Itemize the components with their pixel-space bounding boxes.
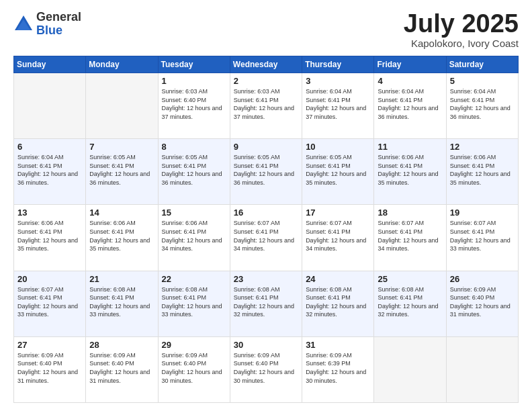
calendar-day-cell: 26Sunrise: 6:09 AM Sunset: 6:40 PM Dayli… — [446, 271, 518, 336]
calendar-day-cell: 2Sunrise: 6:03 AM Sunset: 6:41 PM Daylig… — [230, 73, 302, 139]
day-number: 4 — [378, 76, 442, 86]
day-number: 23 — [234, 274, 298, 284]
calendar-day-cell: 10Sunrise: 6:05 AM Sunset: 6:41 PM Dayli… — [302, 139, 374, 205]
day-number: 25 — [378, 274, 442, 284]
day-number: 12 — [450, 142, 515, 152]
day-info: Sunrise: 6:03 AM Sunset: 6:41 PM Dayligh… — [234, 87, 298, 121]
calendar-day-cell: 21Sunrise: 6:08 AM Sunset: 6:41 PM Dayli… — [86, 271, 158, 336]
page: General Blue July 2025 Kapolokoro, Ivory… — [0, 0, 532, 411]
day-number: 8 — [162, 142, 226, 152]
title-month: July 2025 — [404, 11, 519, 36]
day-info: Sunrise: 6:06 AM Sunset: 6:41 PM Dayligh… — [89, 219, 154, 253]
calendar-week-row: 1Sunrise: 6:03 AM Sunset: 6:40 PM Daylig… — [14, 73, 519, 139]
calendar-weekday-tuesday: Tuesday — [158, 56, 230, 73]
day-info: Sunrise: 6:05 AM Sunset: 6:41 PM Dayligh… — [162, 153, 226, 187]
calendar-weekday-friday: Friday — [374, 56, 446, 73]
day-info: Sunrise: 6:09 AM Sunset: 6:39 PM Dayligh… — [306, 351, 370, 385]
day-info: Sunrise: 6:08 AM Sunset: 6:41 PM Dayligh… — [234, 285, 298, 319]
day-info: Sunrise: 6:03 AM Sunset: 6:40 PM Dayligh… — [162, 87, 226, 121]
day-info: Sunrise: 6:09 AM Sunset: 6:40 PM Dayligh… — [162, 351, 226, 385]
day-info: Sunrise: 6:07 AM Sunset: 6:41 PM Dayligh… — [450, 219, 515, 253]
calendar-weekday-thursday: Thursday — [302, 56, 374, 73]
day-number: 31 — [306, 340, 370, 350]
calendar-day-cell: 14Sunrise: 6:06 AM Sunset: 6:41 PM Dayli… — [86, 205, 158, 271]
title-location: Kapolokoro, Ivory Coast — [404, 38, 519, 49]
day-number: 11 — [378, 142, 442, 152]
calendar-day-cell: 12Sunrise: 6:06 AM Sunset: 6:41 PM Dayli… — [446, 139, 518, 205]
day-info: Sunrise: 6:07 AM Sunset: 6:41 PM Dayligh… — [306, 219, 370, 253]
calendar-week-row: 6Sunrise: 6:04 AM Sunset: 6:41 PM Daylig… — [14, 139, 519, 205]
calendar-day-cell: 8Sunrise: 6:05 AM Sunset: 6:41 PM Daylig… — [158, 139, 230, 205]
day-number: 18 — [378, 208, 442, 218]
logo-icon — [13, 14, 34, 34]
calendar-day-cell: 27Sunrise: 6:09 AM Sunset: 6:40 PM Dayli… — [14, 336, 86, 402]
calendar-day-cell: 20Sunrise: 6:07 AM Sunset: 6:41 PM Dayli… — [14, 271, 86, 336]
calendar-day-cell: 30Sunrise: 6:09 AM Sunset: 6:40 PM Dayli… — [230, 336, 302, 402]
calendar-day-cell: 19Sunrise: 6:07 AM Sunset: 6:41 PM Dayli… — [446, 205, 518, 271]
calendar-day-cell: 31Sunrise: 6:09 AM Sunset: 6:39 PM Dayli… — [302, 336, 374, 402]
calendar-day-cell — [14, 73, 86, 139]
calendar-day-cell: 9Sunrise: 6:05 AM Sunset: 6:41 PM Daylig… — [230, 139, 302, 205]
calendar-day-cell: 29Sunrise: 6:09 AM Sunset: 6:40 PM Dayli… — [158, 336, 230, 402]
header: General Blue July 2025 Kapolokoro, Ivory… — [13, 11, 519, 49]
day-number: 9 — [234, 142, 298, 152]
day-info: Sunrise: 6:07 AM Sunset: 6:41 PM Dayligh… — [17, 285, 82, 319]
calendar-day-cell: 4Sunrise: 6:04 AM Sunset: 6:41 PM Daylig… — [374, 73, 446, 139]
calendar-day-cell — [86, 73, 158, 139]
logo-blue: Blue — [36, 24, 81, 38]
calendar-day-cell: 25Sunrise: 6:08 AM Sunset: 6:41 PM Dayli… — [374, 271, 446, 336]
day-info: Sunrise: 6:07 AM Sunset: 6:41 PM Dayligh… — [234, 219, 298, 253]
day-info: Sunrise: 6:08 AM Sunset: 6:41 PM Dayligh… — [378, 285, 442, 319]
day-number: 15 — [162, 208, 226, 218]
day-number: 13 — [17, 208, 82, 218]
day-number: 3 — [306, 76, 370, 86]
day-info: Sunrise: 6:09 AM Sunset: 6:40 PM Dayligh… — [450, 285, 515, 319]
calendar-day-cell: 6Sunrise: 6:04 AM Sunset: 6:41 PM Daylig… — [14, 139, 86, 205]
calendar-day-cell: 24Sunrise: 6:08 AM Sunset: 6:41 PM Dayli… — [302, 271, 374, 336]
calendar-day-cell: 17Sunrise: 6:07 AM Sunset: 6:41 PM Dayli… — [302, 205, 374, 271]
day-number: 24 — [306, 274, 370, 284]
day-number: 2 — [234, 76, 298, 86]
calendar-day-cell: 23Sunrise: 6:08 AM Sunset: 6:41 PM Dayli… — [230, 271, 302, 336]
calendar-day-cell: 16Sunrise: 6:07 AM Sunset: 6:41 PM Dayli… — [230, 205, 302, 271]
calendar-week-row: 27Sunrise: 6:09 AM Sunset: 6:40 PM Dayli… — [14, 336, 519, 402]
calendar-day-cell: 5Sunrise: 6:04 AM Sunset: 6:41 PM Daylig… — [446, 73, 518, 139]
calendar-day-cell: 1Sunrise: 6:03 AM Sunset: 6:40 PM Daylig… — [158, 73, 230, 139]
calendar-weekday-saturday: Saturday — [446, 56, 518, 73]
calendar-day-cell: 15Sunrise: 6:06 AM Sunset: 6:41 PM Dayli… — [158, 205, 230, 271]
calendar-weekday-monday: Monday — [86, 56, 158, 73]
day-info: Sunrise: 6:09 AM Sunset: 6:40 PM Dayligh… — [89, 351, 154, 385]
day-info: Sunrise: 6:09 AM Sunset: 6:40 PM Dayligh… — [17, 351, 82, 385]
calendar-day-cell: 3Sunrise: 6:04 AM Sunset: 6:41 PM Daylig… — [302, 73, 374, 139]
day-info: Sunrise: 6:09 AM Sunset: 6:40 PM Dayligh… — [234, 351, 298, 385]
day-info: Sunrise: 6:05 AM Sunset: 6:41 PM Dayligh… — [306, 153, 370, 187]
logo-text: General Blue — [36, 11, 81, 38]
calendar-table: SundayMondayTuesdayWednesdayThursdayFrid… — [13, 56, 519, 403]
calendar-day-cell: 28Sunrise: 6:09 AM Sunset: 6:40 PM Dayli… — [86, 336, 158, 402]
calendar-day-cell: 13Sunrise: 6:06 AM Sunset: 6:41 PM Dayli… — [14, 205, 86, 271]
day-info: Sunrise: 6:04 AM Sunset: 6:41 PM Dayligh… — [306, 87, 370, 121]
day-info: Sunrise: 6:04 AM Sunset: 6:41 PM Dayligh… — [450, 87, 515, 121]
day-number: 7 — [89, 142, 154, 152]
day-number: 27 — [17, 340, 82, 350]
logo-general: General — [36, 11, 81, 24]
day-number: 16 — [234, 208, 298, 218]
day-info: Sunrise: 6:08 AM Sunset: 6:41 PM Dayligh… — [162, 285, 226, 319]
title-block: July 2025 Kapolokoro, Ivory Coast — [404, 11, 519, 49]
day-number: 30 — [234, 340, 298, 350]
day-info: Sunrise: 6:06 AM Sunset: 6:41 PM Dayligh… — [378, 153, 442, 187]
calendar-day-cell: 11Sunrise: 6:06 AM Sunset: 6:41 PM Dayli… — [374, 139, 446, 205]
calendar-day-cell — [374, 336, 446, 402]
calendar-header-row: SundayMondayTuesdayWednesdayThursdayFrid… — [14, 56, 519, 73]
day-info: Sunrise: 6:08 AM Sunset: 6:41 PM Dayligh… — [306, 285, 370, 319]
day-number: 14 — [89, 208, 154, 218]
calendar-day-cell: 18Sunrise: 6:07 AM Sunset: 6:41 PM Dayli… — [374, 205, 446, 271]
day-number: 22 — [162, 274, 226, 284]
day-info: Sunrise: 6:06 AM Sunset: 6:41 PM Dayligh… — [450, 153, 515, 187]
day-number: 29 — [162, 340, 226, 350]
day-number: 6 — [17, 142, 82, 152]
day-info: Sunrise: 6:04 AM Sunset: 6:41 PM Dayligh… — [17, 153, 82, 187]
calendar-day-cell: 22Sunrise: 6:08 AM Sunset: 6:41 PM Dayli… — [158, 271, 230, 336]
day-number: 21 — [89, 274, 154, 284]
day-number: 10 — [306, 142, 370, 152]
